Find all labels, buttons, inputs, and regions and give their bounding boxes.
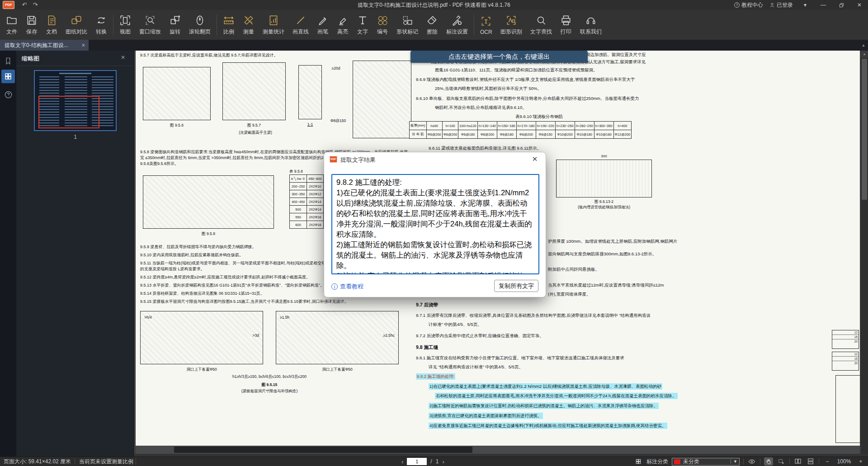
view-icon bbox=[119, 14, 131, 26]
toolbar-find-text-button[interactable]: 文字查找 bbox=[526, 10, 556, 40]
two-page-view-button[interactable] bbox=[793, 457, 802, 466]
toolbar-measure-button[interactable]: 测量 bbox=[239, 10, 259, 40]
toolbar-scroll-page-button[interactable]: 滚轮翻页 bbox=[185, 10, 215, 40]
toolbar-view-button[interactable]: 视图 bbox=[115, 10, 135, 40]
sidebar-help-button[interactable] bbox=[1, 88, 15, 101]
doc-section-heading: 9.8 施工缝 bbox=[416, 344, 438, 350]
toolbar-print-button[interactable]: 打印 bbox=[556, 10, 576, 40]
toolbar-save-button[interactable]: 保存 bbox=[22, 10, 42, 40]
zoom-out-button[interactable]: − bbox=[823, 457, 832, 466]
document-tab[interactable]: 提取文字0-结构施工图设... ✕ bbox=[0, 40, 89, 51]
table-row: 板厚(mm)h≤90h=100100<h≤120h=130~140h=150~1… bbox=[410, 122, 632, 130]
save-icon bbox=[26, 14, 38, 26]
figure-9-5-6-group: 图 9.5.6 图 9.5.7 (次梁截面高于主梁) 1-1 Φ8@150 ≥2… bbox=[140, 61, 411, 146]
app-window: PDF ↶ ↷ 提取文字0-结构施工图设计总说明.pdf - PDF 快速看图 … bbox=[0, 0, 868, 466]
dialog-close-icon[interactable]: ✕ bbox=[530, 155, 539, 163]
tab-bar: 提取文字0-结构施工图设... ✕ ▲ bbox=[0, 40, 868, 51]
doc-line: 附加筋中点间距同悬挑板。 bbox=[548, 267, 599, 272]
help-icon: ? bbox=[734, 2, 740, 8]
toolbar-drawing-compare-button[interactable]: 图纸对比 bbox=[61, 10, 91, 40]
figure-9-5-8 bbox=[143, 175, 274, 229]
text-icon bbox=[357, 14, 368, 26]
page-thumbnail[interactable] bbox=[34, 70, 117, 131]
toolbar-measure-stats-button[interactable]: 测量统计 bbox=[259, 10, 288, 40]
doc-section-heading: 9.7 后浇带 bbox=[416, 302, 438, 307]
toolbar-document-button[interactable]: 文档 bbox=[42, 10, 61, 40]
toolbar-erase-button[interactable]: 擦除 bbox=[422, 10, 442, 40]
tutorial-center-button[interactable]: ? 教程中心 bbox=[734, 1, 763, 9]
toolbar-scale-button[interactable]: 比例 bbox=[219, 10, 239, 40]
continuous-view-button[interactable] bbox=[806, 457, 815, 466]
toolbar-window-zoom-button[interactable]: 窗口缩放 bbox=[135, 10, 165, 40]
figure-label: ≥20d bbox=[325, 66, 347, 71]
menu-caret-icon[interactable]: ▾ bbox=[799, 0, 811, 10]
close-button[interactable]: ✕ bbox=[854, 0, 865, 10]
pan-tool-button[interactable] bbox=[764, 457, 773, 466]
doc-line: 9.6.10 单向板、双向板支座底筋的分布筋,除平面图中另有注明者外,分布筋最大… bbox=[416, 96, 639, 101]
toolbar-highlight-button[interactable]: 高亮 bbox=[333, 10, 353, 40]
figure-label: h1≥h/3且≥150, b≤h/6且≤100, bc≤h/3且≤200 bbox=[140, 374, 399, 380]
toolbar-separator bbox=[113, 14, 113, 35]
toolbar-pen-button[interactable]: 画笔 bbox=[313, 10, 333, 40]
thumbnail-page-number: 1 bbox=[34, 134, 117, 140]
toolbar-rotate-button[interactable]: 旋转 bbox=[165, 10, 185, 40]
next-page-icon[interactable]: › bbox=[442, 458, 444, 465]
panel-title: 缩略图 bbox=[22, 55, 39, 63]
doc-line: 计标准” 中的第4/5、5/5页。 bbox=[429, 322, 482, 327]
doc-line-highlighted: 4)应避免直接靠近施工缝已终凝的混凝土边缘堆料(下料)或机械振动,但应对施工缝处… bbox=[429, 423, 667, 429]
figure-label: 洞口上下各置Φ50 bbox=[140, 367, 263, 372]
sidebar-thumbnails-button[interactable] bbox=[1, 70, 15, 83]
doc-line-highlighted: 9.8.2 施工缝的处理: bbox=[416, 373, 455, 380]
toolbar-annotation-settings-button[interactable]: 标注设置 bbox=[442, 10, 472, 40]
pen-icon bbox=[317, 14, 329, 26]
thumbnail-title-bar bbox=[59, 73, 92, 74]
page-slash: / bbox=[430, 458, 432, 465]
zoom-in-button[interactable]: + bbox=[856, 457, 865, 466]
toolbar-number-button[interactable]: 编号 bbox=[373, 10, 392, 40]
login-status-label: 已登录 bbox=[777, 1, 793, 9]
doc-line: 钢筋时,不另设分布筋,分布筋规格详见表9.6.10。 bbox=[435, 105, 527, 110]
tab-overflow-icon[interactable]: ▲ bbox=[860, 42, 867, 49]
toolbar-shape-mark-button[interactable]: 形状标记 bbox=[392, 10, 422, 40]
extracted-text-area[interactable]: 9.8.2 施工缝的处理: 1)在已硬化的混凝土表面上(要求混凝土强度达到1.2… bbox=[331, 174, 539, 274]
panel-close-icon[interactable]: ✕ bbox=[121, 54, 125, 61]
vertical-scrollbar[interactable]: ▲ bbox=[861, 51, 868, 454]
extracted-line: 9.8.2 施工缝的处理: bbox=[336, 177, 534, 188]
copy-all-text-button[interactable]: 复制所有文字 bbox=[494, 280, 538, 292]
horizontal-scrollbar-thumb[interactable] bbox=[174, 447, 472, 453]
table-row: 5502X2Φ16 bbox=[290, 213, 324, 221]
extracted-line: 3)浇筑前,宜在已硬化的混凝土表面涂刷界面剂后进行浇筑。 bbox=[336, 271, 534, 274]
toolbar-contact-button[interactable]: 联系我们 bbox=[576, 10, 606, 40]
toolbar-text-button[interactable]: 文字 bbox=[353, 10, 373, 40]
sidebar-bookmarks-button[interactable] bbox=[1, 54, 15, 68]
extract-text-dialog: PDF 提取文字结果 ✕ 9.8.2 施工缝的处理: 1)在已硬化的混凝土表面上… bbox=[324, 152, 546, 297]
ocr-icon bbox=[480, 15, 492, 27]
view-tutorial-link[interactable]: i 查看教程 bbox=[331, 282, 363, 291]
restore-button[interactable] bbox=[835, 0, 847, 10]
account-button[interactable]: 已登录 bbox=[769, 1, 793, 9]
vertical-scrollbar-thumb[interactable] bbox=[862, 59, 867, 200]
numbering-icon bbox=[377, 14, 388, 26]
toolbar-convert-button[interactable]: 转换 bbox=[91, 10, 111, 40]
annotation-filter-value: 未分类 bbox=[683, 458, 699, 466]
prev-page-icon[interactable]: ‹ bbox=[401, 458, 403, 465]
toolbar-draw-line-button[interactable]: 画直线 bbox=[288, 10, 313, 40]
toolbar-graphic-recognition-button[interactable]: 图形识别 bbox=[496, 10, 526, 40]
figure-9-5-7 bbox=[222, 62, 286, 120]
figure-caption: 图 9.5.7 bbox=[222, 123, 286, 128]
table-9-5-8: b ╲ hw ①450~600200~2502X2Φ10300~3502X2Φ1… bbox=[289, 174, 324, 229]
page-number-input[interactable]: 1 bbox=[407, 458, 427, 465]
annotation-filter-dropdown[interactable]: 未分类 ▼ bbox=[672, 458, 740, 466]
toolbar-file-button[interactable]: 文件 bbox=[2, 10, 22, 40]
tab-close-icon[interactable]: ✕ bbox=[81, 40, 85, 51]
horizontal-scrollbar[interactable] bbox=[136, 446, 860, 454]
doc-line: 9.6.11 梁或墙支座处板面负筋构造做法,详见图 9.6.11所示。 bbox=[429, 146, 541, 151]
toolbar-ocr-button[interactable]: OCR bbox=[476, 10, 496, 40]
select-region-button[interactable] bbox=[777, 457, 786, 466]
scroll-up-icon[interactable]: ▲ bbox=[861, 51, 868, 58]
detail-figure: 12 15 20 bbox=[832, 352, 859, 371]
visibility-toggle[interactable] bbox=[747, 457, 756, 466]
minimize-button[interactable]: — bbox=[817, 0, 829, 10]
figure-subcaption: (次梁截面高于主梁) bbox=[212, 130, 298, 136]
status-bar: 页面大小: 59.41×42.02 厘米 当前页未设置测量比例 ‹ 1 / 1 … bbox=[0, 457, 868, 466]
